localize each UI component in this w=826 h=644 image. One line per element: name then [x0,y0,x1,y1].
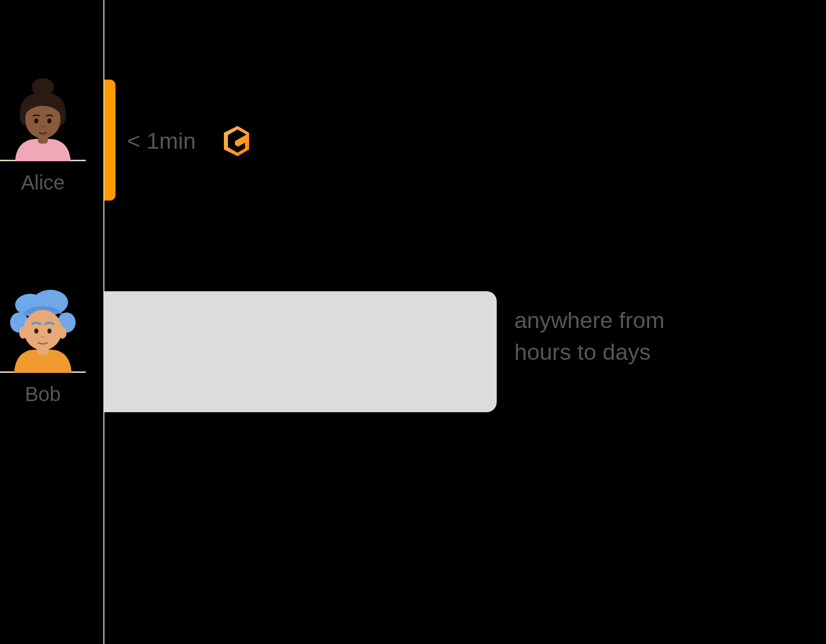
avatar-bob-icon [0,290,86,373]
alice-name: Alice [0,171,86,194]
svg-point-11 [58,327,67,339]
gitpod-icon [224,126,251,156]
svg-point-2 [34,118,38,123]
alice-block: Alice [0,78,86,194]
alice-bar-label: < 1min [127,128,196,154]
alice-avatar [0,78,86,161]
svg-rect-4 [38,136,48,144]
bob-bar [104,291,497,412]
svg-point-12 [34,329,38,334]
bob-bar-label: anywhere from hours to days [514,304,666,368]
svg-point-3 [47,118,51,123]
svg-rect-14 [37,347,48,355]
alice-bar [104,80,115,201]
bob-avatar [0,290,86,373]
svg-point-10 [19,327,27,339]
svg-point-13 [47,329,51,334]
avatar-alice-icon [0,78,86,161]
bob-block: Bob [0,290,86,406]
bob-name: Bob [0,383,86,406]
